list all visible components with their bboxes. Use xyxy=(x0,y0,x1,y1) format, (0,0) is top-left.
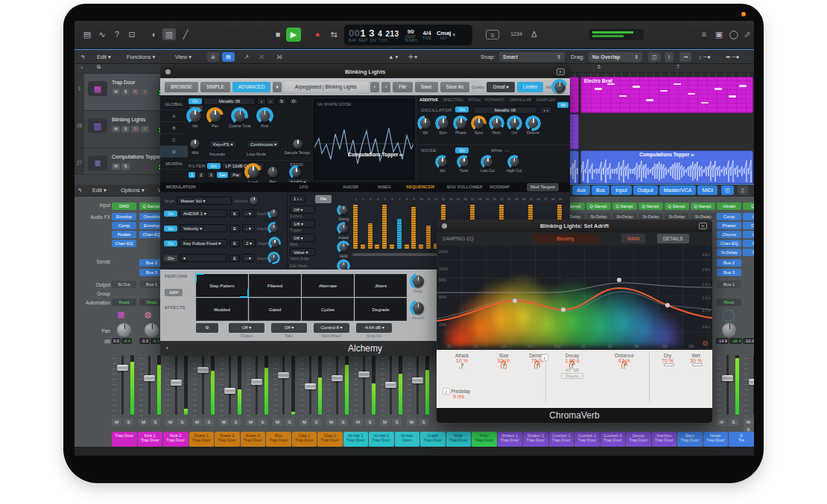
perform-pad[interactable]: Alternate xyxy=(302,274,354,297)
flex-icon[interactable]: ⤫ xyxy=(259,53,264,62)
limiter-button[interactable]: Limiter xyxy=(517,82,544,92)
attack-knob[interactable] xyxy=(461,363,463,369)
param-size[interactable]: Size82 % xyxy=(487,353,520,369)
tab-env-follower[interactable]: ENV FOLLOWER xyxy=(447,182,483,192)
pan-knob[interactable] xyxy=(117,323,131,337)
lcd-chevron-icon[interactable]: ▾ xyxy=(453,32,456,38)
input-slot[interactable]: Q-S xyxy=(743,202,754,210)
source-name-field[interactable]: Metallic 06 xyxy=(203,98,256,105)
reverb-visualizer[interactable]: 200%100%80%50%20%3.6 s1.8 s1.4 s1.1 s0.7… xyxy=(437,246,712,350)
track-s-button[interactable]: S xyxy=(121,163,130,170)
audio-fx-slot[interactable]: Phaser xyxy=(717,222,741,229)
seq-index-field[interactable]: 1 ‹ › xyxy=(290,195,305,202)
perform-pad[interactable]: Degrade xyxy=(355,298,407,321)
channel-fader[interactable] xyxy=(353,354,378,416)
pencil-icon[interactable]: ╱ xyxy=(179,28,192,40)
mod-source-select[interactable]: AHDSR 1 ▾ xyxy=(180,209,227,217)
link-icon[interactable]: ⇱ xyxy=(699,223,707,229)
track-m-button[interactable]: M xyxy=(112,163,120,170)
list-icon[interactable]: ≡ xyxy=(697,28,711,40)
cutoff-knob[interactable] xyxy=(247,165,259,178)
perform-octave[interactable]: Off ▾ xyxy=(229,323,264,333)
inspector-icon[interactable]: ⊡ xyxy=(125,28,139,40)
noise-type[interactable]: White ‹ › xyxy=(491,148,509,153)
track-name-label[interactable]: Hi-HatOpen xyxy=(395,432,420,447)
mod-e-button[interactable]: E xyxy=(229,240,240,247)
perform-mod-wheel[interactable]: Control 8 ▾ xyxy=(314,323,349,333)
output-slot[interactable]: St Out xyxy=(112,281,136,288)
catch-icon[interactable]: ⨝ xyxy=(277,53,282,62)
audio-fx-slot[interactable]: Comp xyxy=(717,213,741,220)
channel-fader[interactable] xyxy=(219,354,244,416)
mod-target-select[interactable]: Master Vol ▾ xyxy=(177,197,232,205)
editors-icon[interactable]: ▥ xyxy=(162,28,176,40)
density-knob[interactable] xyxy=(536,363,538,369)
knob-low-cut[interactable] xyxy=(483,157,492,167)
mod-on-button[interactable]: On xyxy=(164,240,177,246)
seq-step[interactable]: 8 xyxy=(404,202,411,249)
waveform-zoom-icon[interactable]: ◫ xyxy=(648,52,661,62)
mute-button[interactable]: M xyxy=(353,418,363,426)
seq-value-snap-select[interactable]: Value ▾ xyxy=(290,248,315,256)
output-slot[interactable]: Bus 1 xyxy=(717,281,741,288)
track-name[interactable]: Computations Topper xyxy=(112,154,161,159)
solo-button[interactable]: S xyxy=(392,418,402,426)
source-tab-c[interactable]: C xyxy=(160,134,188,146)
track-name-label[interactable]: Hi-Hat 2Trap Door xyxy=(369,432,394,447)
tab-main[interactable]: MAIN xyxy=(621,234,645,243)
seq-step[interactable]: 6 xyxy=(389,202,396,249)
track-name-label[interactable]: Snare 1Trap Door xyxy=(189,432,215,447)
record-button[interactable]: ● xyxy=(310,28,325,41)
knob-sync[interactable] xyxy=(473,118,484,129)
filter-output[interactable]: Output xyxy=(633,185,658,195)
perform-pad[interactable]: Filtered xyxy=(249,274,301,297)
source-tab-b[interactable]: B xyxy=(160,122,188,134)
track-name-label[interactable]: SlamTrap Door xyxy=(677,432,703,447)
step-bar[interactable] xyxy=(368,223,373,249)
mod-source-select[interactable]: Velocity ▾ xyxy=(180,224,227,232)
back-icon[interactable]: ↰ xyxy=(80,53,85,62)
lcd-display[interactable]: 001 3 4 213 BAR BEAT DIV TICK 90 KEEP TE… xyxy=(344,25,472,45)
menu-view[interactable]: View ▾ xyxy=(175,53,191,62)
audio-fx-slot[interactable]: Ch xyxy=(743,231,754,238)
channel-fader[interactable] xyxy=(246,354,271,416)
predelay-control[interactable]: ♪ Predelay 9 ms xyxy=(443,389,495,399)
freeze-button[interactable]: Freeze xyxy=(561,373,583,379)
filter-slot-1[interactable]: 1 xyxy=(188,172,195,178)
track-i-button[interactable]: I xyxy=(141,89,149,95)
audio-fx-slot[interactable]: Cha xyxy=(743,222,754,229)
audio-fx-slot[interactable]: Chan EQ xyxy=(717,240,741,247)
filter-input[interactable]: Input xyxy=(611,185,632,195)
sample-tempo-knob[interactable] xyxy=(293,139,302,149)
audio-fx-slot[interactable]: Chan EQ xyxy=(112,240,136,247)
seq-step[interactable]: 1 xyxy=(352,202,359,249)
master-vol-knob[interactable] xyxy=(554,81,565,93)
keyscale-select[interactable]: Key+PS ▾ xyxy=(209,140,237,148)
volume-value[interactable]: -3.3 xyxy=(139,338,150,344)
mod-num-select[interactable]: - ▾ xyxy=(242,254,255,262)
send-slot[interactable]: Bus 2 xyxy=(717,259,741,267)
track-header[interactable]: 28▥Blinking LightsMSRI xyxy=(75,111,171,148)
knob-high-cut[interactable] xyxy=(510,157,519,167)
seq-swing-knob[interactable] xyxy=(339,205,348,214)
res-knob[interactable] xyxy=(267,167,278,177)
horizontal-zoom-slider[interactable]: ⇹ ─● xyxy=(726,53,739,62)
perform-pad[interactable]: Cycles xyxy=(302,298,354,321)
automation-icon[interactable]: ↗ xyxy=(244,53,249,62)
next-preset-button[interactable]: › xyxy=(381,82,390,92)
note-icon[interactable]: ♪ xyxy=(443,388,450,395)
filter-parallel-button[interactable]: Par xyxy=(229,171,242,179)
dual-view-icon[interactable]: ◫ xyxy=(721,185,734,195)
tab-ahdsr[interactable]: AHDSR xyxy=(343,182,358,192)
step-bar[interactable] xyxy=(419,244,423,249)
filter-slot-2[interactable]: 2 xyxy=(197,171,205,179)
alchemy-titlebar[interactable]: Blinking Lights ⇱ xyxy=(160,66,570,78)
mod-e-button[interactable]: E xyxy=(229,210,240,217)
audio-fx-slot[interactable]: Pedals xyxy=(112,231,136,238)
mute-button[interactable]: M xyxy=(112,418,121,426)
knob-pan[interactable] xyxy=(209,109,221,122)
stop-button[interactable]: ■ xyxy=(270,28,285,41)
prev-preset-button[interactable]: ‹ xyxy=(370,82,379,92)
quality-select[interactable]: Great ▾ xyxy=(487,82,514,92)
volume-value[interactable]: 0.0 xyxy=(112,338,121,344)
